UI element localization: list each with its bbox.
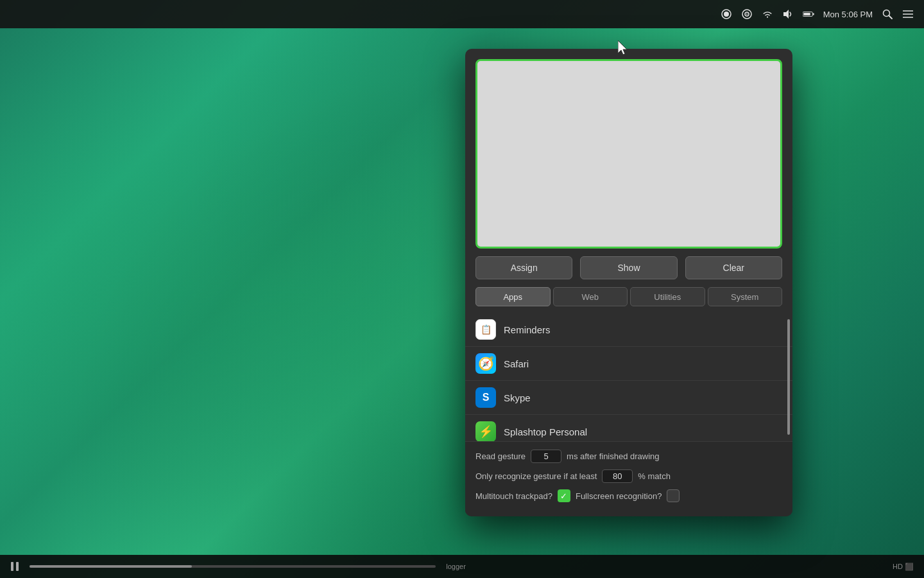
app-name-splashtop: Splashtop Personal [504,426,587,437]
fullscreen-checkbox[interactable] [667,489,680,502]
category-tabs: Apps Web Utilities System [465,287,792,313]
recognize-threshold-row: Only recognize gesture if at least 80 % … [475,469,782,483]
svg-line-10 [889,16,893,19]
show-button[interactable]: Show [580,256,677,279]
app-name-safari: Safari [504,358,529,369]
gesture-timing-input[interactable]: 5 [531,450,561,463]
multitouch-label: Multitouch trackpad? [475,491,552,501]
progress-bar[interactable] [30,565,436,568]
list-item[interactable]: 🧭 Safari [465,347,792,381]
app-list: 📋 Reminders 🧭 Safari S Skype ⚡ Splashtop… [465,313,792,441]
svg-rect-14 [11,562,13,571]
app-name-skype: Skype [504,392,531,403]
svg-rect-8 [803,13,810,15]
tab-system[interactable]: System [708,287,783,306]
reminders-icon: 📋 [475,319,496,340]
tab-web[interactable]: Web [553,287,628,306]
focus-icon[interactable] [741,8,753,20]
list-item[interactable]: S Skype [465,381,792,415]
tab-apps[interactable]: Apps [475,287,551,306]
battery-icon[interactable] [803,8,814,20]
multitouch-checkbox[interactable]: ✓ [558,489,570,502]
search-icon[interactable] [882,8,893,20]
recognize-label: Only recognize gesture if at least [475,471,597,481]
menubar-clock: Mon 5:06 PM [823,10,873,19]
settings-area: Read gesture 5 ms after finished drawing… [465,441,792,516]
gesture-timing-suffix: ms after finished drawing [567,451,660,461]
svg-rect-7 [812,13,814,15]
bottom-label: logger [446,563,466,570]
clear-button[interactable]: Clear [685,256,782,279]
assign-button[interactable]: Assign [475,256,572,279]
wifi-icon[interactable] [762,8,773,20]
list-item[interactable]: ⚡ Splashtop Personal [465,415,792,441]
fullscreen-label: Fullscreen recognition? [576,491,662,501]
app-name-reminders: Reminders [504,324,551,335]
svg-point-1 [724,12,729,17]
recognize-input[interactable]: 80 [602,469,633,483]
svg-point-4 [746,13,748,15]
svg-marker-5 [783,10,789,19]
tab-utilities[interactable]: Utilities [630,287,705,306]
bottom-bar: logger HD ⬛ [0,555,924,578]
record-icon[interactable] [721,8,732,20]
hd-label: HD ⬛ [893,563,914,571]
gesture-timing-row: Read gesture 5 ms after finished drawing [475,450,782,463]
splashtop-icon: ⚡ [475,421,496,441]
volume-icon[interactable] [782,8,794,20]
action-buttons-row: Assign Show Clear [465,256,792,287]
safari-icon: 🧭 [475,353,496,374]
recognize-suffix: % match [638,471,671,481]
pause-button[interactable] [10,561,19,572]
menubar: Mon 5:06 PM [0,0,924,28]
multitouch-row: Multitouch trackpad? ✓ Fullscreen recogn… [475,489,782,502]
gesture-panel: Assign Show Clear Apps Web Utilities Sys… [465,49,792,516]
list-item[interactable]: 📋 Reminders [465,313,792,347]
menu-lines-icon[interactable] [902,8,914,20]
svg-rect-15 [16,562,19,571]
gesture-timing-label: Read gesture [475,451,526,461]
skype-icon: S [475,387,496,408]
gesture-drawing-area[interactable] [475,59,782,249]
scrollbar[interactable] [787,319,790,435]
